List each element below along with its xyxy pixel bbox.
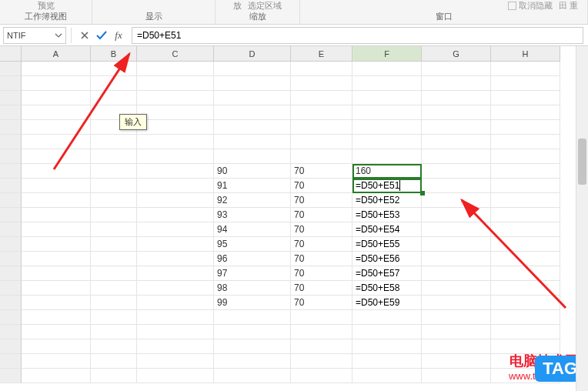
row-header[interactable] [0,325,22,339]
cell[interactable] [22,179,91,193]
cell[interactable]: 93 [214,208,291,222]
cell[interactable] [22,91,91,105]
col-header-C[interactable]: C [137,46,214,62]
cell[interactable] [22,222,91,237]
cell[interactable] [137,76,214,91]
cell[interactable]: 70 [291,222,352,237]
cell[interactable] [22,120,91,135]
vertical-scrollbar[interactable] [576,46,588,391]
cell[interactable] [352,310,422,325]
cell[interactable] [137,105,214,120]
chevron-down-icon[interactable] [55,32,62,39]
cell[interactable] [352,76,422,91]
cell[interactable] [137,135,214,149]
cell[interactable] [91,281,137,296]
scroll-thumb[interactable] [578,139,586,185]
grid[interactable]: 90701609170=D50+E519270=D50+E529370=D50+… [22,62,588,391]
row-header[interactable] [0,354,22,369]
cell[interactable] [137,296,214,310]
cell[interactable] [214,310,291,325]
cell[interactable]: 91 [214,179,291,193]
cell[interactable] [214,62,291,76]
cell[interactable] [291,325,352,339]
cell[interactable]: 70 [291,208,352,222]
cell[interactable] [291,76,352,91]
cell[interactable]: =D50+E58 [352,281,422,296]
cell[interactable] [137,237,214,252]
cell[interactable] [22,354,91,369]
cell[interactable]: =D50+E57 [352,266,422,281]
cell[interactable] [91,339,137,354]
cell[interactable]: 92 [214,193,291,208]
cell[interactable] [422,105,491,120]
cell[interactable]: 160 [352,164,422,179]
row-header[interactable] [0,62,22,76]
cell[interactable]: 70 [291,252,352,266]
cell[interactable] [22,237,91,252]
cell[interactable] [291,369,352,383]
col-header-G[interactable]: G [422,46,491,62]
cell[interactable] [422,252,491,266]
cell[interactable] [491,62,560,76]
col-header-H[interactable]: H [491,46,560,62]
cell[interactable] [22,164,91,179]
cell[interactable] [491,325,560,339]
cell[interactable]: 97 [214,266,291,281]
cell[interactable] [352,135,422,149]
row-header[interactable] [0,91,22,105]
cell[interactable] [491,208,560,222]
cell[interactable]: 70 [291,296,352,310]
cell[interactable]: 98 [214,281,291,296]
cell[interactable] [137,164,214,179]
cell[interactable] [137,369,214,383]
cell[interactable] [422,149,491,164]
cell[interactable]: 70 [291,281,352,296]
cell[interactable]: =D50+E59 [352,296,422,310]
cell[interactable]: =D50+E54 [352,222,422,237]
cell[interactable] [422,193,491,208]
cell[interactable] [214,149,291,164]
cell[interactable] [491,222,560,237]
cell[interactable] [291,310,352,325]
cell[interactable] [91,91,137,105]
cell[interactable] [352,354,422,369]
formula-input-wrap[interactable] [132,27,583,44]
cell[interactable] [291,105,352,120]
cell[interactable] [137,266,214,281]
cell[interactable] [491,76,560,91]
cell[interactable] [422,135,491,149]
cell[interactable] [214,354,291,369]
cell[interactable] [422,76,491,91]
cell[interactable] [22,135,91,149]
cell[interactable]: =D50+E55 [352,237,422,252]
cell[interactable] [91,208,137,222]
cell[interactable] [137,193,214,208]
col-header-A[interactable]: A [22,46,91,62]
cell[interactable] [137,208,214,222]
cell[interactable] [91,252,137,266]
fx-button[interactable]: fx [110,27,127,44]
hide-checkbox[interactable]: 取消隐藏 [508,0,553,11]
row-header[interactable] [0,149,22,164]
cancel-button[interactable] [76,27,93,44]
cell[interactable] [91,149,137,164]
cell[interactable]: 70 [291,266,352,281]
row-header[interactable] [0,120,22,135]
cell[interactable] [352,325,422,339]
cell[interactable]: =D50+E53 [352,208,422,222]
cell[interactable]: 96 [214,252,291,266]
col-header-E[interactable]: E [291,46,352,62]
cell[interactable] [91,369,137,383]
cell[interactable] [291,62,352,76]
cell[interactable] [22,296,91,310]
cell[interactable] [422,296,491,310]
cell[interactable] [422,91,491,105]
grid-checkbox[interactable]: 田 重 [559,0,578,11]
cell[interactable] [137,252,214,266]
cell[interactable] [422,281,491,296]
cell[interactable] [422,164,491,179]
cell[interactable] [137,149,214,164]
cell[interactable] [91,62,137,76]
cell[interactable] [22,193,91,208]
cell[interactable]: =D50+E51 [352,179,422,193]
